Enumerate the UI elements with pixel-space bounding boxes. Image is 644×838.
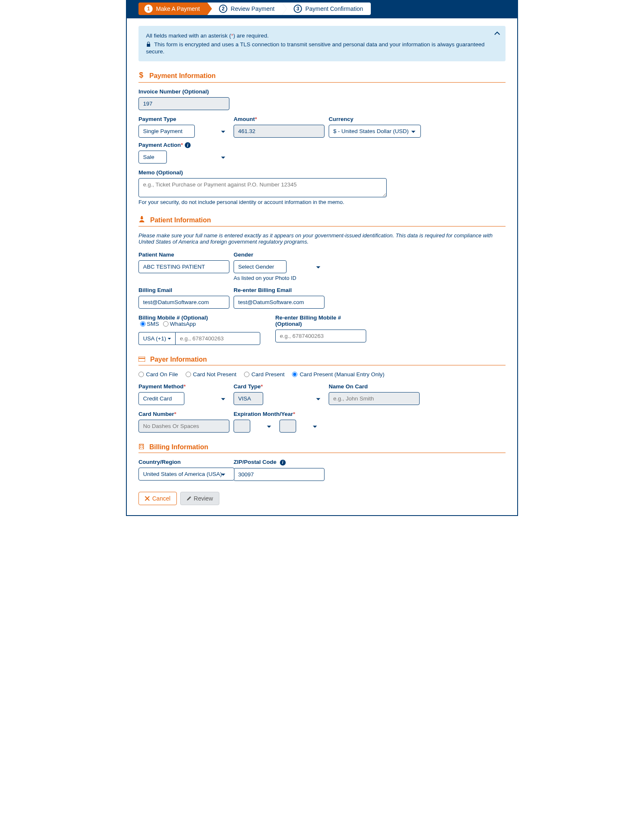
svg-rect-5: [139, 444, 143, 449]
card-on-file-radio[interactable]: Card On File: [138, 371, 178, 377]
country-label: Country/Region: [138, 459, 229, 465]
memo-helper: For your security, do not include person…: [138, 199, 506, 205]
card-present-manual-radio[interactable]: Card Present (Manual Entry Only): [292, 371, 384, 377]
remobile-input[interactable]: [275, 330, 366, 342]
amount-input[interactable]: [234, 125, 325, 138]
step-label: Review Payment: [231, 5, 274, 12]
svg-point-1: [141, 217, 143, 219]
step-label: Payment Confirmation: [305, 5, 363, 12]
header-bar: 1 Make A Payment 2 Review Payment 3 Paym…: [127, 0, 517, 18]
section-billing-info: Billing Information: [138, 443, 506, 453]
payment-method-select[interactable]: Credit Card: [138, 392, 184, 405]
section-patient-info: Patient Information: [138, 216, 506, 226]
invoice-input[interactable]: [138, 97, 229, 110]
invoice-label: Invoice Number (Optional): [138, 88, 229, 95]
section-title: Payer Information: [150, 356, 207, 363]
section-title: Billing Information: [149, 443, 208, 451]
card-number-input[interactable]: [138, 420, 229, 433]
card-type-select[interactable]: VISA: [234, 392, 263, 405]
payment-method-label: Payment Method*: [138, 383, 229, 390]
required-note: All fields marked with an asterisk (*) a…: [146, 33, 489, 39]
section-title: Payment Information: [149, 72, 216, 80]
review-button[interactable]: Review: [180, 492, 219, 505]
step-number: 2: [219, 5, 227, 13]
svg-rect-7: [142, 445, 143, 446]
svg-rect-3: [138, 357, 145, 362]
required-suffix: ) are required.: [233, 33, 269, 39]
mobile-input[interactable]: [175, 332, 260, 345]
cancel-label: Cancel: [152, 495, 171, 502]
mobile-label: Billing Mobile # (Optional) SMS WhatsApp: [138, 315, 260, 330]
name-on-card-label: Name On Card: [329, 383, 420, 390]
country-code-dropdown[interactable]: USA (+1): [138, 332, 175, 345]
svg-text:$: $: [139, 71, 143, 79]
secure-note: This form is encrypted and uses a TLS co…: [146, 41, 489, 55]
patient-name-label: Patient Name: [138, 252, 229, 258]
info-icon[interactable]: i: [280, 460, 286, 466]
expiration-label: Expiration Month/Year*: [234, 411, 325, 417]
payment-type-select[interactable]: Single Payment: [138, 125, 195, 138]
cc-value: USA (+1): [143, 335, 166, 342]
zip-label: ZIP/Postal Code i: [234, 459, 325, 465]
reemail-label: Re-enter Billing Email: [234, 287, 325, 293]
step-number: 1: [144, 5, 153, 13]
review-label: Review: [194, 495, 213, 502]
cancel-button[interactable]: Cancel: [138, 492, 177, 505]
payment-type-label: Payment Type: [138, 116, 229, 122]
caret-down-icon: [168, 337, 171, 340]
step-label: Make A Payment: [156, 5, 200, 12]
wizard-step-make-payment[interactable]: 1 Make A Payment: [138, 3, 207, 15]
wizard-step-confirmation[interactable]: 3 Payment Confirmation: [282, 3, 371, 15]
whatsapp-radio[interactable]: WhatsApp: [163, 321, 196, 327]
gender-label: Gender: [234, 252, 325, 258]
svg-rect-6: [140, 445, 141, 446]
currency-select[interactable]: $ - United States Dollar (USD): [329, 125, 421, 138]
pencil-icon: [186, 496, 191, 501]
section-title: Patient Information: [150, 216, 211, 224]
credit-card-icon: [138, 356, 148, 363]
alert-collapse-icon[interactable]: [494, 30, 501, 37]
svg-rect-4: [138, 358, 145, 359]
reemail-input[interactable]: [234, 296, 325, 309]
currency-label: Currency: [329, 116, 420, 122]
zip-input[interactable]: [234, 468, 325, 481]
country-select[interactable]: United States of America (USA): [138, 468, 234, 481]
patient-name-input[interactable]: [138, 260, 229, 273]
amount-label: Amount*: [234, 116, 325, 122]
exp-year-select[interactable]: [279, 420, 296, 433]
card-type-label: Card Type*: [234, 383, 325, 390]
dollar-icon: $: [138, 71, 147, 81]
wizard-step-review-payment[interactable]: 2 Review Payment: [207, 3, 282, 15]
info-icon[interactable]: i: [185, 142, 191, 148]
wizard-steps: 1 Make A Payment 2 Review Payment 3 Paym…: [138, 3, 506, 15]
email-input[interactable]: [138, 296, 229, 309]
card-not-present-radio[interactable]: Card Not Present: [186, 371, 236, 377]
secure-text: This form is encrypted and uses a TLS co…: [146, 41, 485, 55]
memo-textarea[interactable]: [138, 178, 387, 197]
card-number-label: Card Number*: [138, 411, 229, 417]
close-icon: [145, 496, 150, 501]
svg-rect-8: [140, 447, 141, 448]
remobile-label: Re-enter Billing Mobile # (Optional): [275, 315, 366, 327]
payment-action-select[interactable]: Sale: [138, 151, 167, 164]
payment-action-label: Payment Action*i: [138, 142, 229, 148]
card-present-radio[interactable]: Card Present: [244, 371, 285, 377]
section-payer-info: Payer Information: [138, 356, 506, 365]
info-alert: All fields marked with an asterisk (*) a…: [138, 26, 506, 61]
email-label: Billing Email: [138, 287, 229, 293]
patient-icon: [138, 216, 148, 224]
svg-rect-2: [141, 216, 143, 217]
building-icon: [138, 443, 147, 451]
gender-helper: As listed on your Photo ID: [234, 275, 325, 281]
card-presence-radios: Card On File Card Not Present Card Prese…: [138, 371, 506, 377]
patient-intro: Please make sure your full name is enter…: [138, 232, 506, 245]
svg-rect-9: [142, 447, 143, 448]
section-payment-info: $ Payment Information: [138, 71, 506, 83]
step-number: 3: [294, 5, 302, 13]
name-on-card-input[interactable]: [329, 392, 420, 405]
memo-label: Memo (Optional): [138, 169, 506, 176]
lock-icon: [146, 41, 151, 48]
exp-month-select[interactable]: [234, 420, 250, 433]
sms-radio[interactable]: SMS: [140, 321, 159, 327]
gender-select[interactable]: Select Gender: [234, 260, 287, 273]
